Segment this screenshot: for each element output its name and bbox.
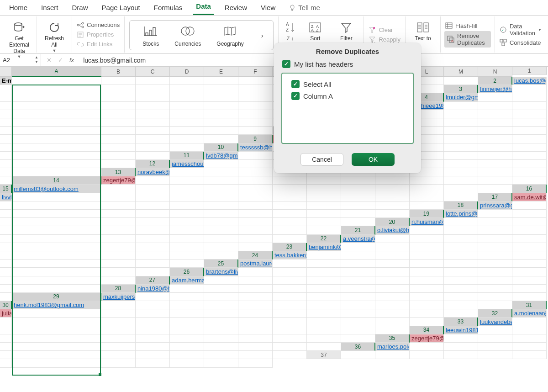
- cell-M16[interactable]: [410, 193, 444, 201]
- cell-D21[interactable]: [478, 226, 512, 234]
- cell-C28[interactable]: [204, 285, 238, 293]
- cell-L5[interactable]: [238, 110, 273, 118]
- cell-D23[interactable]: [410, 243, 444, 251]
- cell-H6[interactable]: [101, 118, 136, 127]
- cell-M35[interactable]: [273, 343, 307, 351]
- cell-I5[interactable]: [170, 110, 204, 118]
- cell-M17[interactable]: [375, 201, 410, 210]
- row-header-11[interactable]: 11: [170, 152, 204, 160]
- cell-I4[interactable]: [204, 102, 238, 110]
- remove-duplicates-button[interactable]: Remove Duplicates: [444, 31, 491, 48]
- cell-L8[interactable]: [136, 135, 170, 143]
- text-to-columns-button[interactable]: Text to: [409, 18, 437, 44]
- cell-G31[interactable]: [238, 309, 273, 318]
- cell-F14[interactable]: [273, 176, 307, 185]
- row-header-30[interactable]: 30: [0, 301, 12, 309]
- cell-D31[interactable]: [136, 309, 170, 318]
- ok-button[interactable]: OK: [352, 153, 395, 166]
- cell-A27[interactable]: adam.hermans@gmail.com: [170, 276, 204, 285]
- cell-M18[interactable]: [341, 210, 375, 218]
- cell-I3[interactable]: [238, 93, 273, 101]
- cell-H33[interactable]: [204, 326, 238, 334]
- cell-G17[interactable]: [204, 201, 238, 210]
- cell-M26[interactable]: [12, 276, 101, 285]
- cell-E31[interactable]: [170, 309, 204, 318]
- cell-I34[interactable]: [204, 334, 238, 343]
- cell-I37[interactable]: [101, 359, 136, 367]
- column-header-A[interactable]: A: [12, 67, 101, 77]
- has-headers-checkbox[interactable]: ✓: [282, 60, 290, 68]
- cell-C21[interactable]: [444, 226, 478, 234]
- select-all-corner[interactable]: [0, 67, 12, 77]
- cell-H21[interactable]: [101, 235, 136, 243]
- cell-L23[interactable]: [136, 251, 170, 260]
- cell-H16[interactable]: [273, 193, 307, 201]
- cell-G21[interactable]: [12, 235, 101, 243]
- cell-H5[interactable]: [136, 110, 170, 118]
- cell-G5[interactable]: [101, 110, 136, 118]
- cell-E36[interactable]: [512, 343, 547, 351]
- cell-A18[interactable]: prinssara@gmail.com: [478, 201, 512, 210]
- cell-K33[interactable]: [273, 326, 307, 334]
- cell-F15[interactable]: [238, 185, 273, 193]
- cell-A13[interactable]: noravbeek@live.com: [136, 168, 170, 176]
- cell-N8[interactable]: [204, 135, 238, 143]
- tab-home[interactable]: Home: [6, 2, 30, 15]
- cell-K4[interactable]: [238, 102, 273, 110]
- cell-N36[interactable]: [273, 351, 307, 359]
- cell-F37[interactable]: [512, 351, 547, 359]
- cell-N13[interactable]: [0, 176, 12, 185]
- cell-E29[interactable]: [238, 293, 273, 301]
- cell-C30[interactable]: [136, 301, 170, 309]
- cell-H29[interactable]: [341, 293, 375, 301]
- cell-L29[interactable]: [444, 293, 478, 301]
- cell-H27[interactable]: [410, 276, 444, 285]
- cell-L16[interactable]: [375, 193, 410, 201]
- cell-M15[interactable]: [444, 185, 478, 193]
- cell-A3[interactable]: finmeijer@hotmail.com: [478, 85, 512, 93]
- cell-A37[interactable]: [341, 351, 375, 359]
- cell-G26[interactable]: [410, 268, 444, 276]
- cell-K17[interactable]: [307, 201, 341, 210]
- cell-K6[interactable]: [170, 118, 204, 127]
- cell-D18[interactable]: [12, 210, 101, 218]
- cell-D7[interactable]: [444, 118, 478, 127]
- cell-K35[interactable]: [204, 343, 238, 351]
- row-header-13[interactable]: 13: [101, 168, 136, 176]
- cell-C32[interactable]: [12, 318, 101, 326]
- cell-H36[interactable]: [101, 351, 136, 359]
- cell-G4[interactable]: [136, 102, 170, 110]
- cell-D16[interactable]: [136, 193, 170, 201]
- cell-K12[interactable]: [478, 160, 512, 168]
- cell-L17[interactable]: [341, 201, 375, 210]
- cell-I18[interactable]: [238, 210, 273, 218]
- cell-D15[interactable]: [170, 185, 204, 193]
- cell-D4[interactable]: [0, 102, 12, 110]
- cell-F25[interactable]: [410, 260, 444, 268]
- cell-I6[interactable]: [136, 118, 170, 127]
- cell-A10[interactable]: tesssssb@hotmail.com: [238, 143, 273, 152]
- cell-L20[interactable]: [238, 226, 273, 234]
- cell-H30[interactable]: [307, 301, 341, 309]
- cell-A32[interactable]: a.molenaar@kpn.nl: [512, 309, 547, 318]
- cell-G29[interactable]: [307, 293, 341, 301]
- cell-F29[interactable]: [273, 293, 307, 301]
- cell-K14[interactable]: [410, 176, 444, 185]
- cell-K26[interactable]: [512, 268, 547, 276]
- cell-E30[interactable]: [204, 301, 238, 309]
- cell-C17[interactable]: [12, 201, 101, 210]
- cell-H18[interactable]: [204, 210, 238, 218]
- cell-C12[interactable]: [238, 160, 273, 168]
- sort-button[interactable]: ZAAZ Sort: [301, 18, 329, 44]
- cell-M34[interactable]: [307, 334, 341, 343]
- row-header-28[interactable]: 28: [101, 285, 136, 293]
- cell-B16[interactable]: [12, 193, 101, 201]
- cell-C4[interactable]: [512, 93, 547, 101]
- cell-N22[interactable]: [238, 243, 273, 251]
- cell-M31[interactable]: [410, 309, 444, 318]
- cell-N19[interactable]: [341, 218, 375, 226]
- cell-F2[interactable]: [170, 85, 204, 93]
- cell-I26[interactable]: [478, 268, 512, 276]
- tab-data[interactable]: Data: [193, 0, 214, 15]
- tab-view[interactable]: View: [258, 2, 278, 15]
